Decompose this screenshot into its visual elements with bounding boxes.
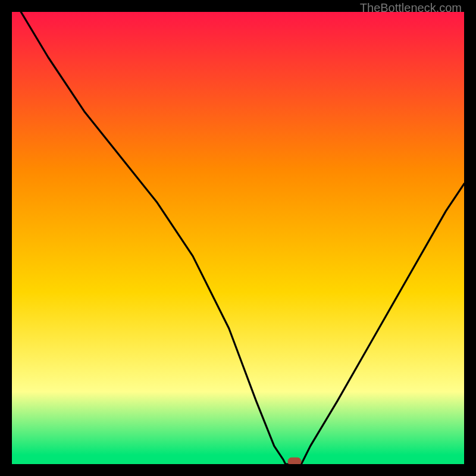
chart-svg [12,12,464,464]
plot-area [12,12,464,464]
chart-frame: TheBottleneck.com [0,0,476,476]
optimum-marker [288,458,301,464]
heat-gradient [12,12,464,464]
